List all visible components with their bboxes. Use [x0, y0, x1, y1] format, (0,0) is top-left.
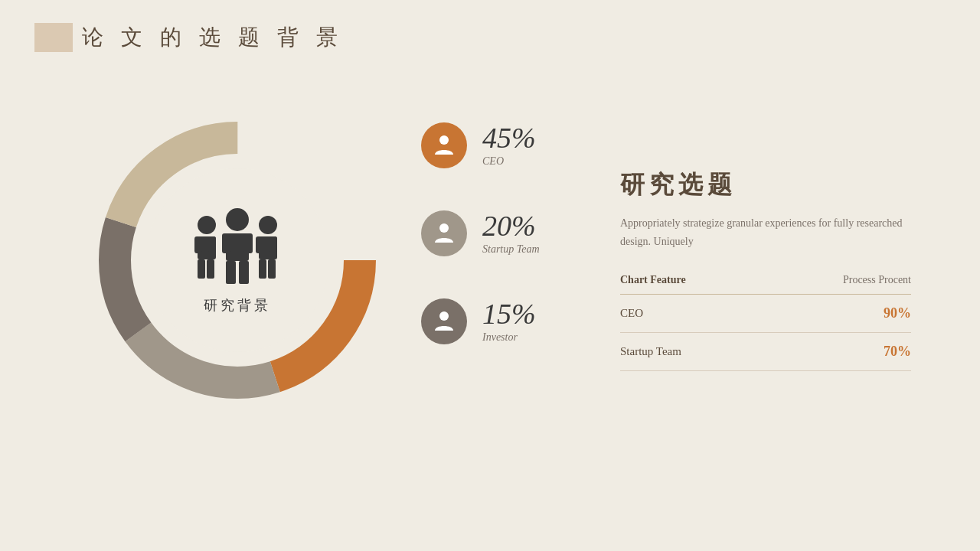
research-area: 研究选题 Appropriately strategize granular e…: [620, 168, 911, 371]
stat-item-ceo: 45% CEO: [421, 122, 635, 168]
stat-name-investor: Investor: [482, 331, 536, 344]
chart-row-startup-label: Startup Team: [620, 345, 681, 358]
stat-info-startup: 20% Startup Team: [482, 211, 540, 256]
donut-center-label: 研究背景: [204, 296, 271, 315]
svg-rect-4: [198, 259, 205, 279]
svg-rect-11: [268, 259, 276, 279]
svg-point-0: [198, 216, 216, 234]
research-description: Appropriately strategize granular experi…: [620, 214, 911, 251]
svg-point-12: [226, 208, 249, 231]
stat-percent-startup: 20%: [482, 211, 540, 240]
svg-point-20: [439, 311, 449, 321]
stat-icon-ceo: [421, 122, 467, 168]
chart-row-ceo: CEO 90%: [620, 295, 911, 333]
person-icon-investor: [432, 309, 456, 334]
svg-rect-8: [256, 236, 263, 253]
svg-rect-17: [239, 261, 249, 284]
chart-table-header: Chart Feature Process Procent: [620, 274, 911, 295]
stat-item-startup: 20% Startup Team: [421, 210, 635, 256]
stat-icon-startup: [421, 210, 467, 256]
stat-percent-investor: 15%: [482, 299, 536, 328]
svg-rect-2: [194, 236, 202, 253]
title-accent: [34, 23, 73, 52]
stat-name-startup: Startup Team: [482, 243, 540, 256]
title-area: 论 文 的 选 题 背 景: [34, 23, 344, 52]
svg-point-19: [439, 223, 449, 233]
chart-row-startup-value: 70%: [884, 344, 911, 360]
stat-percent-ceo: 45%: [482, 123, 536, 152]
people-icon: [184, 206, 291, 290]
stats-area: 45% CEO 20% Startup Team 15% Investor: [421, 122, 635, 386]
page-title: 论 文 的 选 题 背 景: [82, 23, 344, 52]
chart-header-value: Process Procent: [843, 274, 911, 286]
svg-point-18: [439, 135, 449, 145]
donut-container: 研究背景: [92, 115, 383, 406]
chart-row-startup: Startup Team 70%: [620, 333, 911, 371]
chart-row-ceo-value: 90%: [884, 305, 911, 321]
donut-inner: 研究背景: [145, 168, 329, 352]
svg-rect-3: [208, 236, 216, 253]
donut-chart-area: 研究背景: [77, 99, 398, 421]
chart-table: Chart Feature Process Procent CEO 90% St…: [620, 274, 911, 371]
stat-icon-investor: [421, 298, 467, 344]
svg-rect-9: [270, 236, 277, 253]
chart-header-label: Chart Feature: [620, 274, 686, 286]
stat-item-investor: 15% Investor: [421, 298, 635, 344]
stat-name-ceo: CEO: [482, 155, 536, 168]
stat-info-ceo: 45% CEO: [482, 123, 536, 168]
svg-rect-15: [243, 233, 253, 253]
svg-rect-14: [222, 233, 231, 253]
svg-rect-16: [226, 261, 236, 284]
chart-row-ceo-label: CEO: [620, 307, 643, 320]
svg-rect-10: [259, 259, 266, 279]
stat-info-investor: 15% Investor: [482, 299, 536, 344]
research-title: 研究选题: [620, 168, 911, 202]
svg-rect-5: [207, 259, 214, 279]
svg-point-6: [259, 216, 277, 234]
person-icon-ceo: [432, 133, 456, 158]
person-icon-startup: [432, 221, 456, 246]
